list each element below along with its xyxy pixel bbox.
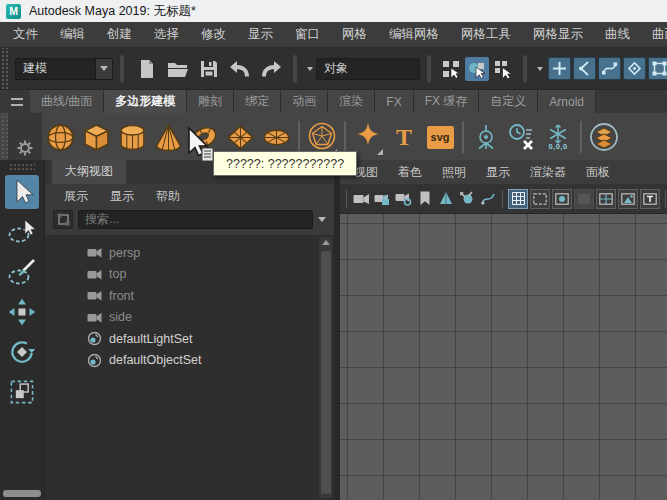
shelf-tab-fx-caching[interactable]: FX 缓存 bbox=[414, 90, 480, 113]
snap-to-plane-button[interactable] bbox=[623, 57, 646, 80]
freeze-transform-button[interactable]: 0,0,0 bbox=[540, 115, 576, 159]
scrollbar-thumb[interactable] bbox=[321, 251, 331, 494]
wireframe-on-shaded-button[interactable] bbox=[478, 189, 497, 208]
snap-to-point-button[interactable] bbox=[598, 57, 621, 80]
resolution-gate-button[interactable] bbox=[552, 189, 572, 209]
component-mode-button[interactable] bbox=[491, 57, 515, 81]
viewport-menu-lighting[interactable]: 照明 bbox=[432, 164, 476, 181]
outliner-tab[interactable]: 大纲视图 bbox=[52, 159, 126, 184]
outliner-search-input[interactable] bbox=[78, 210, 313, 229]
safe-title-button[interactable] bbox=[640, 189, 660, 209]
scale-tool-button[interactable] bbox=[5, 375, 39, 409]
gate-mask-button[interactable] bbox=[574, 189, 594, 209]
undo-button[interactable] bbox=[226, 55, 253, 82]
outliner-menu-show[interactable]: 显示 bbox=[99, 188, 145, 205]
camera-attributes-button[interactable] bbox=[394, 189, 413, 208]
save-scene-button[interactable] bbox=[195, 55, 222, 82]
polygon-type-button[interactable]: T bbox=[386, 115, 422, 159]
selection-preset-field[interactable]: 对象 bbox=[316, 58, 420, 80]
menu-surfaces[interactable]: 曲面 bbox=[641, 26, 667, 43]
menu-create[interactable]: 创建 bbox=[96, 26, 143, 43]
polygon-sphere-button[interactable] bbox=[42, 115, 78, 159]
lock-camera-button[interactable] bbox=[373, 189, 392, 208]
redo-button[interactable] bbox=[257, 55, 284, 82]
paint-select-tool-button[interactable] bbox=[5, 255, 39, 289]
viewport-canvas[interactable] bbox=[340, 214, 667, 500]
shelf-grip[interactable] bbox=[0, 113, 8, 161]
outliner-item-top[interactable]: top bbox=[45, 264, 334, 286]
shelf-tab-curves-surfaces[interactable]: 曲线/曲面 bbox=[30, 90, 104, 113]
delete-history-button[interactable] bbox=[504, 115, 540, 159]
outliner-menu-display[interactable]: 展示 bbox=[53, 188, 99, 205]
new-scene-button[interactable] bbox=[133, 55, 160, 82]
safe-action-button[interactable] bbox=[618, 189, 638, 209]
menu-file[interactable]: 文件 bbox=[2, 26, 49, 43]
sweep-mesh-button[interactable] bbox=[586, 115, 622, 159]
menuset-arrow[interactable] bbox=[95, 59, 112, 79]
outliner-item-default-light-set[interactable]: defaultLightSet bbox=[45, 328, 334, 350]
shelf-tab-rendering[interactable]: 渲染 bbox=[328, 90, 375, 113]
snap-to-grid-button[interactable] bbox=[548, 57, 571, 80]
polygon-cube-button[interactable] bbox=[78, 115, 114, 159]
lasso-tool-button[interactable] bbox=[5, 215, 39, 249]
snap-group-arrow-icon[interactable] bbox=[537, 67, 543, 71]
shelf-tab-arnold[interactable]: Arnold bbox=[538, 90, 596, 113]
outliner-item-persp[interactable]: persp bbox=[45, 242, 334, 264]
shelf-tab-fx[interactable]: FX bbox=[375, 90, 413, 113]
menu-mesh[interactable]: 网格 bbox=[331, 26, 378, 43]
section-collapser[interactable] bbox=[293, 55, 297, 83]
move-tool-button[interactable] bbox=[5, 295, 39, 329]
menu-select[interactable]: 选择 bbox=[143, 26, 190, 43]
shelf-tab-custom[interactable]: 自定义 bbox=[479, 90, 538, 113]
toolbox-grip[interactable] bbox=[9, 163, 35, 170]
select-tool-button[interactable] bbox=[5, 175, 39, 209]
menu-modify[interactable]: 修改 bbox=[190, 26, 237, 43]
menu-display[interactable]: 显示 bbox=[237, 26, 284, 43]
menu-edit[interactable]: 编辑 bbox=[49, 26, 96, 43]
field-chart-button[interactable] bbox=[596, 189, 616, 209]
toolbox-scrollbar[interactable] bbox=[3, 490, 41, 497]
menuset-dropdown[interactable]: 建模 bbox=[15, 58, 113, 80]
outliner-item-front[interactable]: front bbox=[45, 285, 334, 307]
shelf-tab-sculpting[interactable]: 雕刻 bbox=[187, 90, 234, 113]
polygon-cone-button[interactable] bbox=[150, 115, 186, 159]
hierarchy-mode-button[interactable] bbox=[439, 57, 463, 81]
viewport-menu-renderer[interactable]: 渲染器 bbox=[520, 164, 576, 181]
outliner-item-default-object-set[interactable]: defaultObjectSet bbox=[45, 350, 334, 372]
menu-edit-mesh[interactable]: 编辑网格 bbox=[378, 26, 450, 43]
image-plane-toggle-button[interactable] bbox=[436, 189, 455, 208]
outliner-item-side[interactable]: side bbox=[45, 307, 334, 329]
snap-to-curve-button[interactable] bbox=[573, 57, 596, 80]
section-collapser[interactable] bbox=[523, 55, 527, 83]
bookmark-button[interactable] bbox=[415, 189, 434, 208]
outliner-menu-help[interactable]: 帮助 bbox=[145, 188, 191, 205]
open-scene-button[interactable] bbox=[164, 55, 191, 82]
film-gate-button[interactable] bbox=[530, 189, 550, 209]
make-live-button[interactable] bbox=[648, 57, 667, 80]
object-mode-button[interactable] bbox=[465, 57, 489, 81]
two-d-pan-zoom-button[interactable] bbox=[457, 189, 476, 208]
section-collapser[interactable] bbox=[427, 55, 431, 83]
shelf-tab-rigging[interactable]: 绑定 bbox=[234, 90, 281, 113]
polygon-cylinder-button[interactable] bbox=[114, 115, 150, 159]
viewport-menu-show[interactable]: 显示 bbox=[476, 164, 520, 181]
menu-mesh-display[interactable]: 网格显示 bbox=[522, 26, 594, 43]
menu-windows[interactable]: 窗口 bbox=[284, 26, 331, 43]
section-collapser[interactable] bbox=[120, 55, 124, 83]
shelf-menu-button[interactable] bbox=[4, 90, 30, 113]
gear-icon[interactable] bbox=[17, 140, 33, 156]
construction-plane-button[interactable] bbox=[468, 115, 504, 159]
menu-mesh-tools[interactable]: 网格工具 bbox=[450, 26, 522, 43]
grid-toggle-button[interactable] bbox=[508, 189, 528, 209]
shelf-tab-animation[interactable]: 动画 bbox=[281, 90, 328, 113]
viewport-menu-panels[interactable]: 面板 bbox=[576, 164, 620, 181]
viewport-menu-shading[interactable]: 着色 bbox=[388, 164, 432, 181]
select-camera-button[interactable] bbox=[352, 189, 371, 208]
outliner-dropdown-arrow-icon[interactable] bbox=[318, 217, 326, 222]
shelf-tab-poly-modeling[interactable]: 多边形建模 bbox=[104, 90, 187, 113]
svg-tool-button[interactable]: svg bbox=[422, 115, 458, 159]
status-line-grip[interactable] bbox=[0, 48, 8, 89]
menu-curves[interactable]: 曲线 bbox=[594, 26, 641, 43]
scroll-up-arrow-icon[interactable] bbox=[322, 240, 330, 245]
rotate-tool-button[interactable] bbox=[5, 335, 39, 369]
